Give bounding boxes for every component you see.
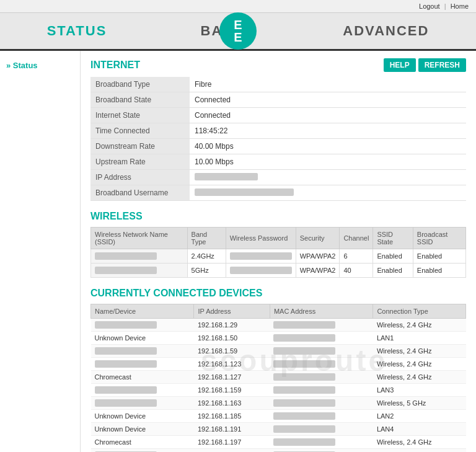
redacted-value: ████████: [273, 399, 335, 407]
redacted-value: ████████: [95, 267, 157, 274]
field-label: Broadband State: [90, 92, 190, 108]
device-cell-name: ████████: [91, 358, 194, 371]
wireless-col-header: Band Type: [187, 228, 226, 249]
wireless-row: ████████5GHz████████WPA/WPA240EnabledEna…: [91, 264, 466, 278]
devices-title: CURRENTLY CONNECTED DEVICES: [90, 288, 466, 299]
redacted-value: ████████: [273, 425, 335, 433]
device-cell-mac: ████████: [270, 410, 372, 423]
internet-btn-group: HELP REFRESH: [384, 58, 466, 72]
wireless-cell: ████████: [91, 264, 188, 278]
wireless-cell: 6: [340, 249, 373, 264]
device-cell-connection: Wireless, 2.4 GHz: [373, 345, 466, 358]
nav-advanced[interactable]: ADVANCED: [318, 18, 454, 44]
redacted-value: ████████: [273, 334, 335, 342]
device-cell-mac: ████████: [270, 332, 372, 345]
help-button[interactable]: HELP: [384, 58, 416, 72]
device-cell-mac: ████████: [270, 423, 372, 436]
device-cell-mac: ████████: [270, 436, 372, 449]
wireless-table: Wireless Network Name (SSID)Band TypeWir…: [90, 227, 466, 278]
device-row: Unknown Device192.168.1.185████████LAN2: [91, 410, 466, 423]
device-row: Unknown Device192.168.1.50████████LAN1: [91, 332, 466, 345]
redacted-value: ████████: [273, 360, 335, 368]
device-cell-name: Unknown Device: [91, 332, 194, 345]
device-col-header: Connection Type: [373, 304, 466, 319]
device-cell-name: Chromecast: [91, 436, 194, 449]
field-label: Downstream Rate: [90, 139, 190, 154]
device-cell-ip: 192.168.1.159: [194, 384, 270, 397]
logo-bottom-e: E: [234, 31, 242, 43]
device-cell-name: Chromecast: [91, 371, 194, 384]
wireless-col-header: Wireless Network Name (SSID): [91, 228, 188, 249]
device-cell-ip: 192.168.1.163: [194, 397, 270, 410]
redacted-value: ████████: [95, 321, 157, 329]
device-cell-ip: 192.168.1.191: [194, 423, 270, 436]
device-cell-name: ████████: [91, 449, 194, 453]
device-cell-name: ████████: [91, 384, 194, 397]
device-cell-ip: 192.168.1.59: [194, 345, 270, 358]
device-cell-ip: 192.168.1.199: [194, 449, 270, 453]
device-row: Unknown Device192.168.1.191████████LAN4: [91, 423, 466, 436]
field-value: 118:45:22: [190, 123, 466, 139]
device-cell-connection: Wireless, 2.4 GHz: [373, 358, 466, 371]
wireless-col-header: SSID State: [373, 228, 413, 249]
redacted-value: ████████: [273, 412, 335, 420]
wireless-cell: Enabled: [413, 249, 465, 264]
field-label: Broadband Username: [90, 185, 190, 201]
internet-info-table: Broadband TypeFibreBroadband StateConnec…: [90, 77, 466, 201]
device-cell-ip: 192.168.1.185: [194, 410, 270, 423]
device-cell-connection: LAN3: [373, 384, 466, 397]
table-row: Time Connected118:45:22: [90, 123, 466, 139]
device-cell-mac: ████████: [270, 384, 372, 397]
device-cell-connection: Wireless, 5 GHz: [373, 397, 466, 410]
internet-title: INTERNET: [90, 60, 140, 71]
device-cell-ip: 192.168.1.50: [194, 332, 270, 345]
field-label: Internet State: [90, 108, 190, 123]
wireless-row: ████████2.4GHz████████WPA/WPA26EnabledEn…: [91, 249, 466, 264]
redacted-value: ████████: [95, 252, 157, 260]
table-row: Broadband Username████████████: [90, 185, 466, 201]
device-cell-connection: Wireless, 2.4 GHz: [373, 436, 466, 449]
wireless-col-header: Security: [296, 228, 340, 249]
separator: |: [444, 2, 446, 10]
device-cell-ip: 192.168.1.197: [194, 436, 270, 449]
sidebar: Status: [0, 51, 81, 452]
logout-link[interactable]: Logout: [419, 2, 440, 10]
wireless-cell: 2.4GHz: [187, 249, 226, 264]
device-row: ████████192.168.1.159████████LAN3: [91, 384, 466, 397]
redacted-value: ████████: [230, 252, 292, 260]
device-row: ████████192.168.1.199████████Wireless, 5…: [91, 449, 466, 453]
home-link[interactable]: Home: [451, 2, 469, 10]
sidebar-item-status[interactable]: Status: [6, 61, 74, 70]
device-cell-connection: LAN2: [373, 410, 466, 423]
redacted-value: ████████: [230, 267, 292, 274]
wireless-cell: Enabled: [413, 264, 465, 278]
nav-status[interactable]: STATUS: [22, 18, 132, 44]
wireless-cell: 5GHz: [187, 264, 226, 278]
redacted-value: ████████: [95, 360, 157, 368]
device-cell-connection: LAN4: [373, 423, 466, 436]
redacted-value: ████████: [273, 321, 335, 329]
ee-logo: E E: [219, 12, 257, 50]
wireless-cell: ████████: [226, 249, 296, 264]
refresh-button[interactable]: REFRESH: [418, 58, 466, 72]
field-value: Fibre: [190, 77, 466, 92]
redacted-value: ████████: [95, 347, 157, 355]
device-cell-mac: ████████: [270, 397, 372, 410]
device-row: ████████192.168.1.59████████Wireless, 2.…: [91, 345, 466, 358]
field-label: Time Connected: [90, 123, 190, 139]
device-cell-mac: ████████: [270, 371, 372, 384]
device-row: ████████192.168.1.123████████Wireless, 2…: [91, 358, 466, 371]
devices-table: Name/DeviceIP AddressMAC AddressConnecti…: [90, 304, 466, 452]
table-row: Upstream Rate10.00 Mbps: [90, 154, 466, 170]
device-cell-ip: 192.168.1.127: [194, 371, 270, 384]
wireless-title: WIRELESS: [90, 211, 466, 222]
device-col-header: Name/Device: [91, 304, 194, 319]
table-row: Downstream Rate40.00 Mbps: [90, 139, 466, 154]
table-row: IP Address████████████: [90, 170, 466, 185]
device-row: ████████192.168.1.29████████Wireless, 2.…: [91, 319, 466, 332]
field-label: Upstream Rate: [90, 154, 190, 170]
field-value: Connected: [190, 92, 466, 108]
device-cell-connection: LAN1: [373, 332, 466, 345]
device-cell-connection: Wireless, 2.4 GHz: [373, 371, 466, 384]
wireless-col-header: Channel: [340, 228, 373, 249]
